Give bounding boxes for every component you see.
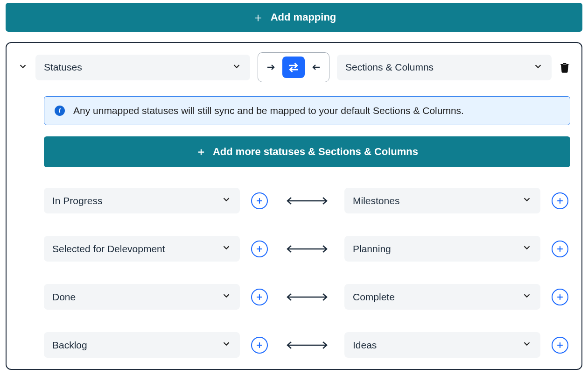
left-value-select[interactable]: Selected for Delevopment bbox=[44, 236, 240, 262]
add-right-value-button[interactable] bbox=[552, 192, 568, 209]
chevron-down-icon bbox=[522, 339, 532, 351]
left-value-label: In Progress bbox=[52, 195, 102, 206]
mapping-row: Backlog Ideas bbox=[44, 332, 570, 358]
right-field-label: Sections & Columns bbox=[345, 62, 434, 73]
left-value-select[interactable]: In Progress bbox=[44, 188, 240, 213]
info-text: Any unmapped statuses will still sync an… bbox=[73, 105, 464, 116]
left-field-label: Statuses bbox=[44, 62, 82, 73]
chevron-down-icon bbox=[533, 61, 543, 74]
left-value-label: Selected for Delevopment bbox=[52, 243, 165, 255]
right-value-label: Ideas bbox=[353, 340, 377, 351]
add-right-value-button[interactable] bbox=[552, 241, 568, 257]
right-value-select[interactable]: Milestones bbox=[344, 188, 540, 213]
right-value-select[interactable]: Ideas bbox=[344, 332, 540, 358]
right-value-select[interactable]: Planning bbox=[344, 236, 540, 262]
left-value-select[interactable]: Backlog bbox=[44, 332, 240, 358]
info-icon: i bbox=[55, 106, 65, 116]
bidirectional-arrow-icon bbox=[279, 195, 335, 206]
left-field-select[interactable]: Statuses bbox=[35, 55, 250, 80]
chevron-down-icon bbox=[522, 291, 532, 303]
plus-icon: ＋ bbox=[196, 145, 206, 159]
mapping-row: Done Complete bbox=[44, 284, 570, 310]
card-body: i Any unmapped statuses will still sync … bbox=[44, 96, 570, 358]
left-value-label: Done bbox=[52, 291, 76, 303]
direction-right-button[interactable] bbox=[264, 62, 279, 73]
left-value-select[interactable]: Done bbox=[44, 284, 240, 310]
chevron-down-icon bbox=[522, 242, 532, 255]
info-banner: i Any unmapped statuses will still sync … bbox=[44, 96, 570, 125]
add-left-value-button[interactable] bbox=[251, 192, 268, 209]
delete-mapping-button[interactable] bbox=[559, 61, 570, 73]
left-value-label: Backlog bbox=[52, 340, 87, 351]
bidirectional-arrow-icon bbox=[279, 243, 335, 255]
add-more-label: Add more statuses & Sections & Columns bbox=[213, 146, 418, 158]
direction-both-button[interactable] bbox=[282, 57, 305, 78]
plus-icon: ＋ bbox=[252, 11, 264, 23]
add-left-value-button[interactable] bbox=[251, 241, 268, 257]
add-right-value-button[interactable] bbox=[552, 337, 568, 354]
bidirectional-arrow-icon bbox=[279, 291, 335, 303]
mapping-rows: In Progress Milestones Selected for Dele… bbox=[44, 188, 570, 358]
bidirectional-arrow-icon bbox=[279, 340, 335, 351]
add-right-value-button[interactable] bbox=[552, 289, 568, 305]
chevron-down-icon bbox=[221, 339, 231, 351]
add-mapping-label: Add mapping bbox=[271, 11, 336, 23]
field-selector-row: Statuses Sections & Columns bbox=[18, 52, 570, 82]
chevron-down-icon bbox=[231, 61, 242, 74]
right-value-label: Milestones bbox=[353, 195, 399, 206]
direction-left-button[interactable] bbox=[308, 62, 323, 73]
mapping-row: Selected for Delevopment Planning bbox=[44, 236, 570, 262]
chevron-down-icon bbox=[221, 242, 231, 255]
right-value-label: Planning bbox=[353, 243, 391, 255]
add-left-value-button[interactable] bbox=[251, 337, 268, 354]
mapping-card: Statuses Sections & Columns bbox=[6, 42, 582, 370]
chevron-down-icon bbox=[221, 194, 231, 207]
right-field-select[interactable]: Sections & Columns bbox=[337, 55, 552, 80]
chevron-down-icon bbox=[221, 291, 231, 303]
chevron-down-icon bbox=[522, 194, 532, 207]
mapping-row: In Progress Milestones bbox=[44, 188, 570, 213]
right-value-label: Complete bbox=[353, 291, 395, 303]
right-value-select[interactable]: Complete bbox=[344, 284, 540, 310]
add-more-button[interactable]: ＋ Add more statuses & Sections & Columns bbox=[44, 136, 570, 167]
collapse-toggle[interactable] bbox=[18, 61, 28, 73]
add-mapping-button[interactable]: ＋ Add mapping bbox=[6, 3, 582, 32]
add-left-value-button[interactable] bbox=[251, 289, 268, 305]
direction-toggle-group bbox=[258, 52, 329, 82]
